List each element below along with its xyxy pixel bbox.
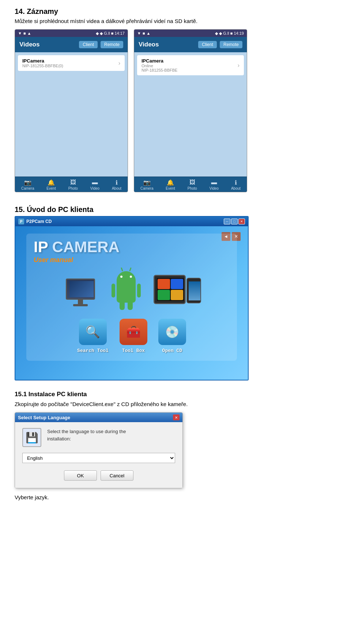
android-right-eye	[130, 276, 132, 278]
phone1-camera-item[interactable]: IPCamera NIP-181255-BBFBE(0) ›	[18, 55, 125, 71]
video-icon2: ▬	[210, 179, 218, 186]
signal-icon: ▼	[18, 31, 22, 35]
android-left-eye	[120, 276, 122, 278]
pc-logo-sub: User manual	[34, 256, 230, 264]
about-icon: ℹ	[113, 179, 121, 186]
about-icon2: ℹ	[232, 179, 240, 186]
dialog-titlebar: Select Setup Language ✕	[15, 413, 182, 422]
phone1-tab-photo[interactable]: 🖼 Photo	[68, 179, 78, 190]
dialog-select-row: English	[22, 453, 175, 463]
install-disk-icon: 💾	[26, 432, 38, 444]
phone1-cam-info: IPCamera NIP-181255-BBFBE(0)	[22, 58, 63, 68]
phone2-remote-btn[interactable]: Remote	[220, 41, 242, 48]
phone1-tab-event[interactable]: 🔔 Event	[46, 179, 56, 190]
minimize-button[interactable]: ─	[224, 219, 230, 224]
phone1-tab-camera[interactable]: 📷 Camera	[21, 179, 34, 190]
pc-logo-ip: IP	[34, 238, 52, 255]
desktop-monitor	[66, 279, 95, 300]
pc-icons-row	[34, 271, 230, 308]
phone1-tab-about-label: About	[112, 186, 121, 190]
android-right-leg	[128, 303, 133, 310]
phone1-nav-buttons: Client Remote	[79, 41, 123, 48]
pc-body-inner: IP CAMERA User manual	[26, 234, 237, 361]
phone1-client-btn[interactable]: Client	[79, 41, 98, 48]
phone2-screen: ▼ ■ ▲ ◆ ◆ G.ll ■ 14:19 Videos Client Rem…	[134, 29, 247, 192]
up-icon: ▲	[27, 31, 31, 35]
p2pcam-icon: P	[18, 219, 24, 224]
pc-titlebar: P P2PCam CD ─ □ ✕	[15, 217, 248, 226]
camera-icon2: 📷	[143, 179, 151, 186]
pc-logo-camera: CAMERA	[52, 238, 120, 255]
dialog-title-text: Select Setup Language	[18, 415, 70, 420]
language-select[interactable]: English	[22, 453, 175, 463]
dialog-install-icon: 💾	[22, 428, 41, 447]
desktop-screen	[69, 281, 94, 297]
phone2-tab-video[interactable]: ▬ Video	[210, 179, 219, 190]
pc-window-title: P2PCam CD	[26, 219, 52, 224]
desktop-icon	[62, 279, 99, 308]
android-head	[117, 271, 136, 282]
phone1-content: IPCamera NIP-181255-BBFBE(0) ›	[15, 52, 128, 177]
small-phone-screen	[189, 281, 200, 300]
phone2-camera-item[interactable]: IPCamera Online NIP-181255-BBFBE ›	[137, 55, 244, 75]
phone1-status-right: ◆ ◆ G.ll ■ 14:17	[96, 31, 125, 36]
phone1-cam-name: IPCamera	[22, 58, 63, 64]
cd-icon: 💿	[158, 319, 186, 345]
android-figure	[117, 271, 136, 303]
phone1-tab-about[interactable]: ℹ About	[112, 179, 121, 190]
video-icon: ▬	[91, 179, 99, 186]
android-device-icon	[110, 271, 143, 308]
camera-icon: 📷	[24, 179, 32, 186]
pc-body: ◄ ✕ IP CAMERA User manual	[15, 226, 248, 380]
desktop-base	[73, 304, 88, 306]
phone1-cam-id: NIP-181255-BBFBE(0)	[22, 64, 63, 68]
maximize-button[interactable]: □	[231, 219, 238, 224]
desktop-stand	[78, 300, 83, 304]
photo-icon: 🖼	[69, 179, 77, 186]
pc-logo-title: IP CAMERA	[34, 239, 230, 255]
dialog-body: 💾 Select the language to use during the …	[15, 422, 182, 488]
phone2-cam-id: NIP-181255-BBFBE	[141, 68, 177, 72]
dialog-description: Select the language to use during the in…	[47, 428, 126, 442]
section14-title: 14. Záznamy	[15, 7, 336, 16]
phone2-tab-photo[interactable]: 🖼 Photo	[188, 179, 197, 190]
tablet-app2	[171, 279, 183, 289]
tablet-app4	[171, 290, 183, 300]
phone1-tab-event-label: Event	[46, 186, 56, 190]
phone1-tab-camera-label: Camera	[21, 186, 34, 190]
phone2-content: IPCamera Online NIP-181255-BBFBE ›	[134, 52, 247, 177]
section151-title: 15.1 Instalace PC klienta	[15, 391, 336, 398]
phone2-bottom-bar: 📷 Camera 🔔 Event 🖼 Photo ▬ Video ℹ About	[134, 177, 247, 192]
tool-box-button[interactable]: 🧰 Tool Box	[120, 319, 147, 353]
phone2-tab-camera[interactable]: 📷 Camera	[140, 179, 154, 190]
phone2-tab-event[interactable]: 🔔 Event	[166, 179, 175, 190]
phone1-screen: ▼ ■ ▲ ◆ ◆ G.ll ■ 14:17 Videos Client Rem…	[15, 29, 128, 192]
section15: 15. Úvod do PC klienta P P2PCam CD ─ □ ✕…	[15, 205, 336, 380]
phone2-tab-camera-label: Camera	[140, 186, 154, 190]
wifi-icon2: ■	[143, 31, 145, 35]
phone2-tab-about-label: About	[231, 186, 241, 190]
phone1-nav-title: Videos	[19, 41, 39, 48]
close-button[interactable]: ✕	[238, 219, 245, 224]
cancel-button[interactable]: Cancel	[101, 470, 133, 481]
ok-button[interactable]: OK	[64, 470, 97, 481]
event-icon: 🔔	[47, 179, 55, 186]
phone1-tab-video[interactable]: ▬ Video	[90, 179, 99, 190]
phone1-remote-btn[interactable]: Remote	[101, 41, 123, 48]
phone2-tab-about[interactable]: ℹ About	[231, 179, 241, 190]
phone2-cam-status: Online	[141, 64, 177, 68]
setup-language-dialog: Select Setup Language ✕ 💾 Select the lan…	[15, 412, 183, 488]
win-controls: ─ □ ✕	[224, 219, 245, 224]
phone2-client-btn[interactable]: Client	[198, 41, 217, 48]
search-tool-button[interactable]: 🔍 Search Tool	[77, 319, 109, 353]
dialog-content-row: 💾 Select the language to use during the …	[22, 428, 175, 447]
phone1-tab-photo-label: Photo	[68, 186, 78, 190]
phone2-nav-title: Videos	[139, 41, 159, 48]
open-cd-button[interactable]: 💿 Open CD	[158, 319, 186, 353]
phone2-tab-photo-label: Photo	[188, 186, 197, 190]
pc-bottom-btns: 🔍 Search Tool 🧰 Tool Box 💿 Open CD	[34, 319, 230, 353]
open-cd-label: Open CD	[162, 348, 182, 353]
section151-desc: Zkopírujte do počítače "DeviceClient.exe…	[15, 401, 336, 407]
dialog-close-button[interactable]: ✕	[173, 414, 180, 420]
phone1-bottom-bar: 📷 Camera 🔔 Event 🖼 Photo ▬ Video ℹ About	[15, 177, 128, 192]
